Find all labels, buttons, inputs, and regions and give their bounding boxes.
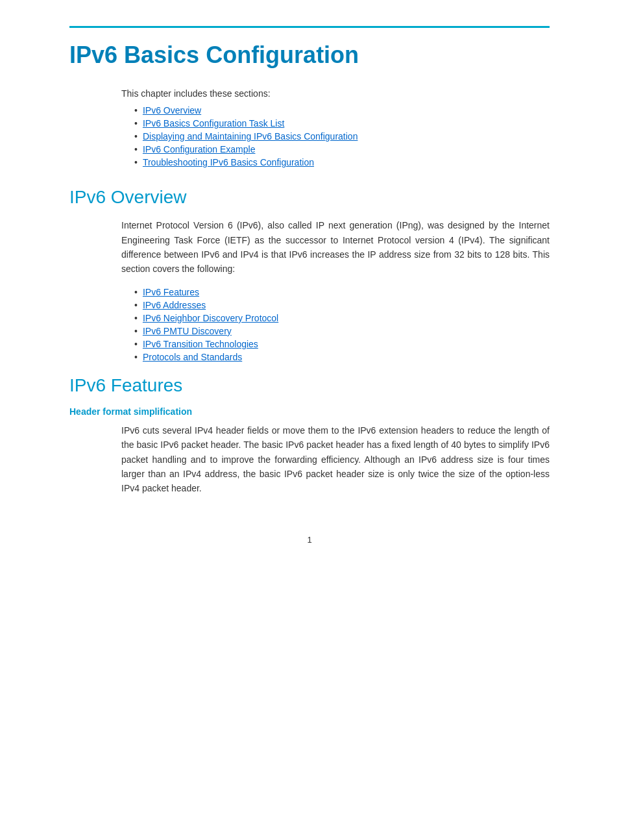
bullet-item: IPv6 Transition Technologies (134, 339, 550, 349)
toc-item: IPv6 Overview (134, 105, 550, 116)
toc-item: Troubleshooting IPv6 Basics Configuratio… (134, 157, 550, 167)
overview-section: IPv6 Overview Internet Protocol Version … (69, 187, 550, 362)
overview-title: IPv6 Overview (69, 187, 550, 208)
overview-bullet-list: IPv6 FeaturesIPv6 AddressesIPv6 Neighbor… (134, 287, 550, 362)
bullet-item: IPv6 Features (134, 287, 550, 297)
bullet-link[interactable]: IPv6 Features (143, 287, 199, 297)
toc-link[interactable]: IPv6 Basics Configuration Task List (143, 118, 284, 129)
bullet-link[interactable]: IPv6 Transition Technologies (143, 339, 258, 349)
bullet-item: IPv6 Neighbor Discovery Protocol (134, 313, 550, 323)
bullet-link[interactable]: IPv6 Neighbor Discovery Protocol (143, 313, 278, 323)
bullet-item: IPv6 PMTU Discovery (134, 326, 550, 336)
features-body: IPv6 cuts several IPv4 header fields or … (121, 423, 550, 496)
toc-link[interactable]: IPv6 Overview (143, 105, 201, 116)
main-title: IPv6 Basics Configuration (69, 41, 550, 69)
toc-link[interactable]: IPv6 Configuration Example (143, 144, 256, 154)
toc-item: Displaying and Maintaining IPv6 Basics C… (134, 131, 550, 142)
bullet-item: IPv6 Addresses (134, 300, 550, 310)
toc-link[interactable]: Displaying and Maintaining IPv6 Basics C… (143, 131, 358, 142)
header-format-title: Header format simplification (69, 406, 550, 417)
bullet-item: Protocols and Standards (134, 352, 550, 362)
toc-list: IPv6 OverviewIPv6 Basics Configuration T… (134, 105, 550, 167)
toc-link[interactable]: Troubleshooting IPv6 Basics Configuratio… (143, 157, 314, 167)
features-title: IPv6 Features (69, 375, 550, 396)
bullet-link[interactable]: Protocols and Standards (143, 352, 242, 362)
overview-body: Internet Protocol Version 6 (IPv6), also… (121, 218, 550, 277)
bullet-link[interactable]: IPv6 PMTU Discovery (143, 326, 232, 336)
top-border (69, 26, 550, 28)
bullet-link[interactable]: IPv6 Addresses (143, 300, 206, 310)
intro-text: This chapter includes these sections: (121, 88, 550, 99)
page-number: 1 (69, 535, 550, 545)
features-section: IPv6 Features Header format simplificati… (69, 375, 550, 496)
toc-item: IPv6 Configuration Example (134, 144, 550, 154)
toc-item: IPv6 Basics Configuration Task List (134, 118, 550, 129)
